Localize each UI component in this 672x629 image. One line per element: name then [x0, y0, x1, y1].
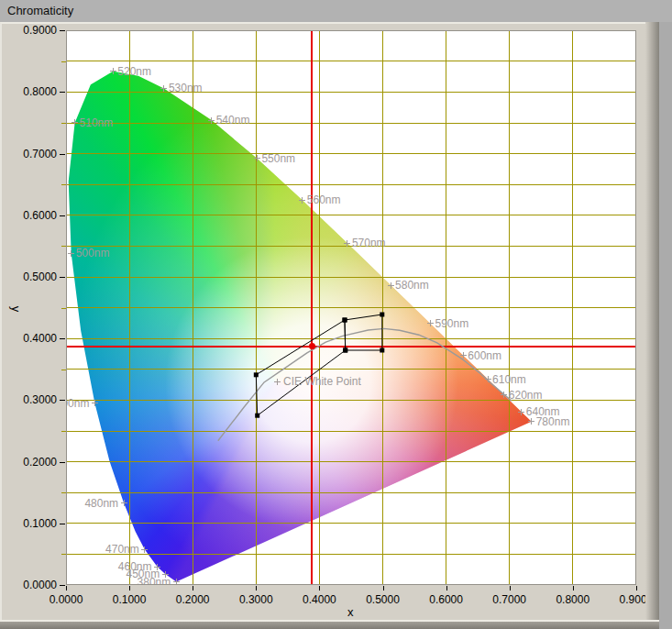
y-axis-minor-tick	[61, 184, 66, 185]
x-axis-tick-label: 0.4000	[292, 593, 347, 606]
wavelength-point-marker	[72, 119, 78, 126]
x-axis-tick	[319, 586, 320, 590]
cie-white-point-label: CIE White Point	[283, 375, 361, 388]
x-axis-tick	[129, 586, 130, 590]
panel-bottom-bevel	[0, 622, 659, 629]
y-axis-tick	[60, 400, 65, 401]
wavelength-label: 470nm	[103, 543, 139, 556]
wavelength-label: 530nm	[169, 82, 203, 94]
x-axis-tick	[66, 586, 67, 590]
bin-quadrilateral	[345, 314, 382, 350]
wavelength-point-marker	[208, 117, 215, 124]
wavelength-point-marker	[485, 376, 491, 382]
wavelength-label: 780nm	[536, 415, 570, 428]
y-axis-tick	[60, 215, 65, 216]
wavelength-point-marker	[254, 155, 260, 161]
y-axis-tick-label: 0.3000	[6, 393, 57, 406]
wavelength-label: 620nm	[509, 389, 543, 402]
y-axis-tick-label: 0.1000	[6, 517, 57, 530]
wavelength-point-marker	[173, 579, 180, 585]
x-axis-tick	[573, 586, 574, 590]
bin-vertex-marker	[380, 313, 384, 317]
wavelength-point-marker	[388, 282, 394, 289]
y-axis-tick-label: 0.8000	[6, 85, 57, 98]
x-axis-tick-label: 0.3000	[228, 593, 283, 606]
wavelength-point-marker	[299, 197, 305, 204]
y-axis-tick-label: 0.5000	[6, 270, 57, 283]
y-axis-title: y	[9, 306, 22, 313]
y-axis-tick	[60, 462, 65, 463]
wavelength-point-marker	[344, 240, 350, 247]
bin-vertex-marker	[343, 348, 347, 353]
y-axis-tick-label: 0.9000	[6, 24, 57, 37]
wavelength-label: 580nm	[395, 279, 429, 292]
wavelength-label: 570nm	[352, 237, 386, 249]
wavelength-point-marker	[528, 418, 534, 425]
x-axis-tick	[510, 586, 511, 590]
x-axis-tick	[446, 586, 447, 590]
measured-point-dot	[309, 343, 315, 349]
y-axis-minor-tick	[61, 308, 66, 309]
x-axis-tick	[256, 586, 257, 590]
panel-right-margin	[659, 22, 672, 629]
y-axis-tick-label: 0.4000	[6, 332, 57, 345]
cie-white-point-marker	[274, 379, 281, 385]
bin-vertex-marker	[255, 414, 259, 418]
x-axis-tick-label: 0.8000	[545, 593, 600, 606]
x-axis-tick	[636, 586, 637, 590]
y-axis-tick	[60, 277, 65, 278]
wavelength-point-marker	[501, 392, 507, 398]
wavelength-label: 520nm	[117, 65, 151, 78]
panel-right-bevel	[645, 22, 659, 629]
wavelength-label: 610nm	[492, 373, 526, 386]
wavelength-label: 550nm	[261, 152, 295, 165]
chromaticity-plot: 520nm530nm510nm540nm550nm560nm570nm580nm…	[66, 30, 636, 585]
wavelength-label: 540nm	[216, 114, 250, 127]
y-axis-minor-tick	[61, 492, 66, 493]
y-axis-minor-tick	[61, 246, 66, 247]
wavelength-point-marker	[518, 409, 524, 415]
wavelength-label: 380nm	[134, 576, 171, 585]
y-axis-tick	[60, 30, 65, 31]
titlebar: Chromaticity	[0, 0, 672, 22]
y-axis-tick	[60, 338, 65, 339]
wavelength-label: 480nm	[82, 497, 118, 510]
wavelength-label: 600nm	[468, 349, 501, 362]
y-axis-tick	[60, 585, 65, 586]
wavelength-label: 500nm	[76, 247, 110, 259]
y-axis-tick-label: 0.6000	[6, 209, 57, 222]
x-axis-tick-label: 0.2000	[165, 593, 220, 606]
x-axis-tick	[383, 586, 384, 590]
wavelength-point-marker	[92, 400, 98, 406]
bin-vertex-marker	[343, 318, 347, 323]
wavelength-point-marker	[110, 68, 116, 74]
y-axis-tick-label: 0.0000	[6, 579, 57, 591]
wavelength-point-marker	[141, 546, 148, 553]
wavelength-label: 510nm	[80, 116, 114, 129]
x-axis-tick	[193, 586, 193, 590]
wavelength-label: 560nm	[307, 193, 341, 206]
y-axis-minor-tick	[61, 431, 66, 432]
y-axis-minor-tick	[61, 554, 66, 555]
y-axis-tick	[60, 92, 65, 93]
x-axis-tick-label: 0.0000	[39, 593, 94, 606]
x-axis-tick-label: 0.1000	[102, 593, 157, 606]
wavelength-point-marker	[160, 85, 167, 92]
wavelength-label: 490nm	[66, 397, 89, 410]
bin-vertex-marker	[380, 348, 384, 353]
y-axis-tick-label: 0.7000	[6, 148, 57, 160]
y-axis-tick	[60, 524, 65, 524]
x-axis-tick-label: 0.5000	[356, 593, 411, 606]
wavelength-point-marker	[427, 320, 434, 326]
y-axis-tick-label: 0.2000	[6, 456, 57, 469]
wavelength-label: 590nm	[435, 317, 469, 330]
wavelength-point-marker	[121, 500, 127, 506]
planckian-locus-curve	[218, 328, 512, 440]
y-axis-minor-tick	[61, 61, 66, 62]
y-axis-minor-tick	[61, 370, 66, 370]
bin-vertex-marker	[254, 372, 259, 377]
chromaticity-window: Chromaticity 520nm530nm510nm540nm550nm56…	[0, 0, 672, 629]
y-axis-tick	[60, 154, 65, 155]
window-title: Chromaticity	[7, 4, 73, 17]
x-axis-tick-label: 0.7000	[482, 593, 537, 606]
